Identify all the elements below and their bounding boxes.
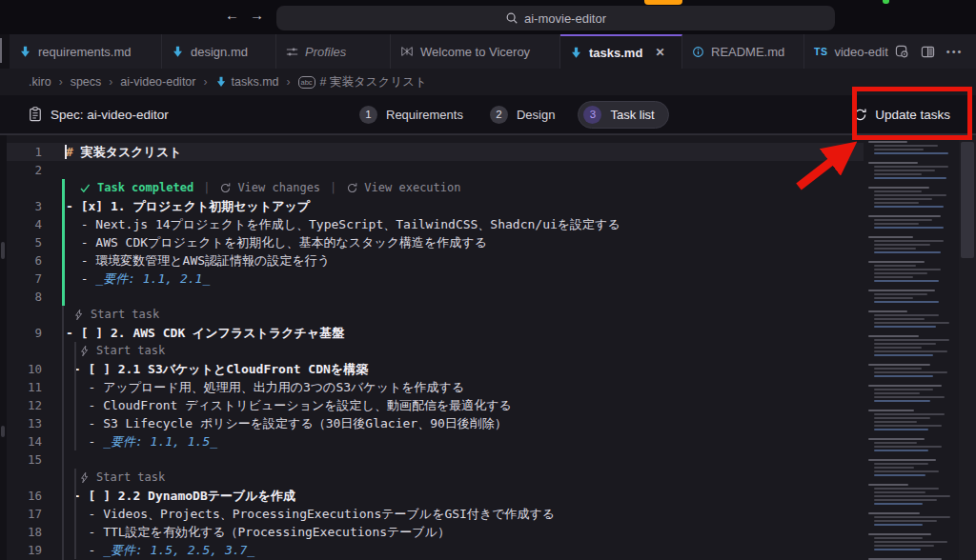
markdown-icon [19,46,31,58]
history-icon [219,182,232,194]
spec-bar: Spec: ai-video-editor 1 Requirements 2 D… [0,95,976,134]
line-number [7,179,54,197]
code-line[interactable]: 18 - TTL設定を有効化する（ProcessingExecutionsテーブ… [7,523,864,541]
breadcrumb: .kiro› specs› ai-video-editor› tasks.md … [0,69,976,95]
open-preview-icon[interactable] [895,45,909,59]
line-number [7,342,54,360]
edge-notch [0,38,2,63]
code-line[interactable]: 11 - アップロード用、処理用、出力用の3つのS3バケットを作成する [7,378,864,396]
breadcrumb-ai-video-editor[interactable]: ai-video-editor [120,75,195,89]
tab-readme-md[interactable]: README.md [682,34,804,69]
breadcrumb-heading[interactable]: abc # 実装タスクリスト [298,74,427,90]
symbol-string-icon: abc [298,76,315,89]
markdown-icon [215,76,227,88]
codelens-row[interactable]: Start task [7,306,864,324]
breadcrumb-tasks-md[interactable]: tasks.md [215,75,279,89]
code-line[interactable]: 17 - Videos、Projects、ProcessingExecution… [7,505,864,523]
zap-icon [73,309,85,321]
line-number: 13 [7,414,54,432]
code-line[interactable]: 12 - CloudFront ディストリビューションを設定し、動画配信を最適化… [7,396,864,414]
tab-tasks-md[interactable]: tasks.md ✕ [560,34,682,69]
line-number: 1 [7,143,54,161]
left-edge-strip [0,135,7,560]
codelens-action[interactable]: Task completed [97,179,193,197]
minimap[interactable] [864,135,959,560]
code-line[interactable]: 1# 実装タスクリスト [7,143,864,161]
history-back-button[interactable]: ← [225,7,239,23]
clipboard-icon [29,107,42,122]
code-line[interactable]: 5 - AWS CDKプロジェクトを初期化し、基本的なスタック構造を作成する [7,233,864,251]
code-line[interactable]: 7 - _要件: 1.1, 2.1_ [7,270,864,288]
step-design[interactable]: 2 Design [490,106,555,124]
codelens-action[interactable]: Start task [91,306,159,324]
codelens-row[interactable]: Start task [7,342,864,360]
tab-requirements-md[interactable]: requirements.md [10,34,162,69]
line-number: 8 [7,288,54,306]
tab-design-md[interactable]: design.md [162,34,276,69]
code-line[interactable]: 14 - _要件: 1.1, 1.5_ [7,432,864,450]
codelens-row[interactable]: Task completed|View changes|View executi… [7,179,864,197]
tab-welcome-viceroy[interactable]: Welcome to Viceroy [391,34,560,69]
sliders-icon [286,46,298,58]
code-line[interactable]: 8 [7,288,864,306]
annotation-highlight-box [852,87,972,140]
command-search-input[interactable]: ai-movie-editor [276,6,835,30]
codelens-action[interactable]: Start task [96,342,165,360]
step-task-list[interactable]: 3 Task list [578,101,668,129]
code-line[interactable]: 9- [ ] 2. AWS CDK インフラストラクチャ基盤 [7,324,864,342]
close-icon[interactable]: ✕ [655,46,664,59]
line-number: 4 [7,215,54,233]
history-forward-button[interactable]: → [250,7,264,23]
code-line[interactable]: 13 - S3 Lifecycle ポリシーを設定する（30日後Glacier、… [7,414,864,432]
search-value: ai-movie-editor [524,11,606,26]
line-number: 16 [7,487,54,505]
orange-indicator [644,0,682,5]
code-line[interactable]: 6 - 環境変数管理とAWS認証情報の設定を行う [7,251,864,270]
line-number: 10 [7,360,54,378]
indent-guide [62,306,64,560]
codelens-action[interactable]: Start task [96,469,165,487]
line-number: 5 [7,233,54,251]
spec-label: Spec: ai-video-editor [29,107,169,122]
code-line[interactable]: 15 [7,450,864,469]
line-number: 17 [7,505,54,523]
step-requirements[interactable]: 1 Requirements [359,106,463,124]
code-line[interactable]: 2 [7,161,864,179]
more-actions-icon[interactable]: ••• [946,46,964,57]
codelens-action[interactable]: View changes [237,179,320,197]
code-line[interactable]: 4 - Next.js 14プロジェクトを作成し、TypeScript、Tail… [7,215,864,233]
line-number: 3 [7,197,54,215]
tab-bar: requirements.md design.md Profiles Welco… [0,34,976,69]
breadcrumb-kiro[interactable]: .kiro [29,75,51,89]
tab-profiles[interactable]: Profiles [276,34,391,69]
line-number: 2 [7,161,54,179]
code-line[interactable]: 16 - [ ] 2.2 DynamoDBテーブルを作成 [7,487,864,505]
line-number: 9 [7,324,54,342]
split-editor-icon[interactable] [921,45,935,59]
line-number: 15 [7,450,54,469]
markdown-icon [172,46,184,58]
markdown-icon [570,47,582,59]
code-line[interactable]: 19 - _要件: 1.5, 2.5, 3.7_ [7,541,864,559]
scrollbar-thumb[interactable] [961,142,974,258]
code-area[interactable]: 1# 実装タスクリスト2Task completed|View changes|… [7,135,864,560]
line-number: 11 [7,378,54,396]
breadcrumb-specs[interactable]: specs [71,75,102,89]
text-cursor [65,145,67,159]
tab-video-edit[interactable]: TS video-edit ••• [804,34,976,69]
codelens-action[interactable]: View execution [364,179,460,197]
history-icon [346,182,358,194]
editor-pane: 1# 実装タスクリスト2Task completed|View changes|… [0,134,976,560]
codelens-row[interactable]: Start task [7,469,864,487]
info-icon [692,46,704,58]
editor-actions: ••• [895,45,973,59]
line-number: 7 [7,270,54,288]
code-line[interactable]: 3- [x] 1. プロジェクト初期セットアップ [7,197,864,215]
indent-guide [74,469,76,559]
vertical-scrollbar[interactable] [959,135,976,560]
line-number [7,306,54,324]
search-icon [505,11,518,25]
indent-guide [74,342,76,450]
code-line[interactable]: 10 - [ ] 2.1 S3バケットとCloudFront CDNを構築 [7,360,864,378]
line-number: 6 [7,251,54,270]
